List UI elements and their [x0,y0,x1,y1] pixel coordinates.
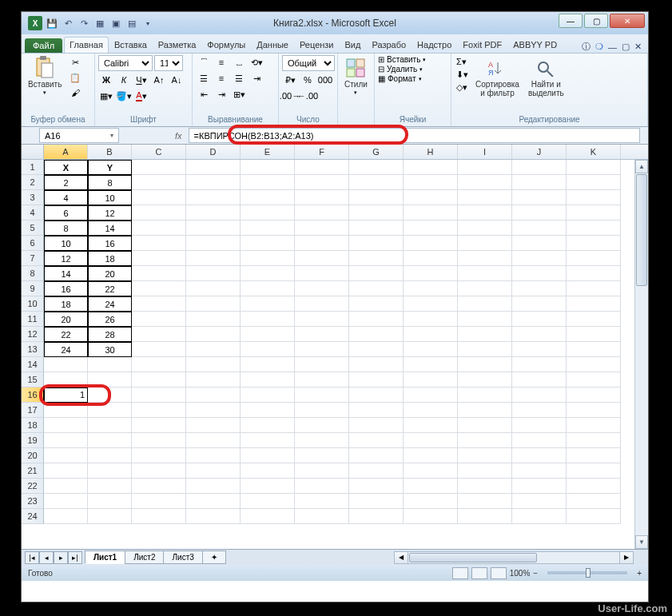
cell[interactable] [458,266,512,281]
cell[interactable] [567,175,621,190]
cell[interactable] [132,372,186,387]
cell[interactable] [404,296,458,312]
cell[interactable] [186,433,241,448]
row-header[interactable]: 1 [22,160,44,175]
cell[interactable]: 10 [44,236,88,251]
row-header[interactable]: 7 [22,251,44,266]
cell[interactable] [458,312,512,327]
scroll-down-icon[interactable]: ▼ [635,535,648,549]
row-header[interactable]: 8 [22,266,44,281]
underline-button[interactable]: Ч▾ [133,73,149,87]
cell[interactable] [349,312,404,327]
cell[interactable] [88,433,132,448]
cell[interactable] [349,281,404,296]
sheet-tab[interactable]: Лист2 [125,550,164,564]
cell[interactable] [241,175,295,190]
row-header[interactable]: 9 [22,281,44,296]
file-tab[interactable]: Файл [25,38,62,53]
cell[interactable]: 28 [88,327,132,342]
cell[interactable] [404,175,458,190]
row-header[interactable]: 17 [22,403,44,418]
fx-icon[interactable]: fx [175,131,182,141]
cell[interactable] [349,509,404,524]
cell[interactable] [567,221,621,236]
cell[interactable] [132,190,186,205]
cell[interactable] [567,463,621,479]
cell[interactable] [567,205,621,221]
merge-icon[interactable]: ⊞▾ [231,87,247,101]
column-header[interactable]: I [458,145,512,159]
cell[interactable] [295,281,349,296]
cell[interactable] [186,236,241,251]
cell[interactable] [186,312,241,327]
cell[interactable] [404,372,458,387]
hscroll-thumb[interactable] [409,553,537,562]
close-doc-icon[interactable]: ✕ [634,42,642,52]
cell[interactable]: 22 [88,281,132,296]
cell[interactable] [404,160,458,175]
cell[interactable] [186,327,241,342]
cell[interactable] [404,448,458,463]
cell[interactable] [404,463,458,479]
cell[interactable] [241,296,295,312]
align-center-icon[interactable]: ≡ [213,71,229,85]
cell[interactable] [567,479,621,494]
cell[interactable] [349,160,404,175]
cell[interactable] [349,327,404,342]
cell[interactable] [186,266,241,281]
cell[interactable] [512,372,567,387]
cell[interactable] [132,479,186,494]
cell[interactable] [132,327,186,342]
cell[interactable] [241,251,295,266]
cell[interactable] [186,448,241,463]
cell[interactable] [132,281,186,296]
cut-icon[interactable]: ✂ [67,55,83,70]
cell[interactable] [186,296,241,312]
cell[interactable] [44,403,88,418]
fill-icon[interactable]: ⬇▾ [456,70,468,80]
cell[interactable] [186,281,241,296]
delete-cells-button[interactable]: ⊟Удалить▾ [378,65,423,74]
find-select-button[interactable]: Найти и выделить [525,55,567,99]
cell[interactable] [349,251,404,266]
qat-dropdown-icon[interactable]: ▾ [141,17,154,30]
format-cells-button[interactable]: ▦Формат▾ [378,74,422,83]
cell[interactable] [295,403,349,418]
paste-button[interactable]: Вставить ▾ [25,55,65,97]
cell[interactable] [567,418,621,433]
cell[interactable] [88,357,132,372]
cells-area[interactable]: XY28410612814101612181420162218242026222… [44,160,621,524]
cell[interactable] [295,479,349,494]
row-header[interactable]: 18 [22,418,44,433]
column-header[interactable]: D [186,145,241,159]
cell[interactable] [349,175,404,190]
sheet-nav-first-icon[interactable]: |◂ [25,551,39,564]
row-header[interactable]: 6 [22,236,44,251]
align-left-icon[interactable]: ☰ [196,71,212,85]
cell[interactable] [404,387,458,403]
cell[interactable] [132,160,186,175]
cell[interactable] [458,296,512,312]
cell[interactable] [132,342,186,357]
cell[interactable] [295,327,349,342]
cell[interactable] [458,433,512,448]
cell[interactable] [186,221,241,236]
ribbon-tab[interactable]: Разрабо [366,37,412,53]
align-bottom-icon[interactable]: ⎵ [231,55,247,70]
cell[interactable] [186,190,241,205]
cell[interactable] [458,175,512,190]
border-icon[interactable]: ▦▾ [98,89,114,103]
clear-icon[interactable]: ◇▾ [456,82,468,93]
redo-icon[interactable]: ↷ [78,17,90,30]
cell[interactable] [512,312,567,327]
save-icon[interactable]: 💾 [46,17,58,30]
cell[interactable] [295,236,349,251]
cell[interactable] [44,509,88,524]
cell[interactable] [567,433,621,448]
layout-view-icon[interactable] [471,567,487,579]
cell[interactable] [186,357,241,372]
cell[interactable] [44,418,88,433]
zoom-out-icon[interactable]: − [533,569,538,578]
cell[interactable] [349,418,404,433]
cell[interactable] [567,266,621,281]
